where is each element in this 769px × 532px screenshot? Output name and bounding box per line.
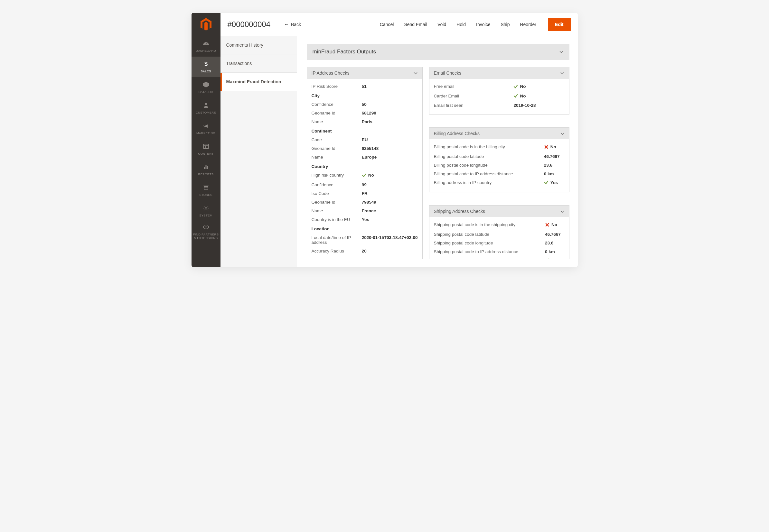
- kv-key: Iso Code: [312, 189, 362, 198]
- kv-value: 681290: [362, 109, 418, 117]
- nav-item-label: SALES: [199, 70, 212, 73]
- panel-header[interactable]: IP Address Checks: [307, 67, 422, 79]
- send-email-button[interactable]: Send Email: [404, 22, 427, 27]
- kv-key: Carder Email: [434, 92, 514, 101]
- edit-button[interactable]: Edit: [548, 18, 570, 31]
- kv-value: France: [362, 206, 418, 215]
- kv-key: Billing postal code to IP address distan…: [434, 170, 544, 178]
- panel-header[interactable]: Shipping Address Checks: [429, 206, 569, 217]
- kv-key: Local date/time of IP address: [312, 233, 362, 247]
- kv-value: No: [362, 171, 418, 180]
- kv-value: No: [513, 82, 564, 92]
- kv-key: Email first seen: [434, 101, 514, 110]
- group-label: Country: [312, 161, 418, 171]
- dollar-icon: $: [203, 60, 210, 69]
- side-nav: DASHBOARD$SALESCATALOGCUSTOMERSMARKETING…: [191, 13, 221, 267]
- kv-row: NameEurope: [312, 153, 418, 161]
- magento-icon: [201, 18, 212, 31]
- ship-button[interactable]: Ship: [500, 22, 509, 27]
- nav-item-stores[interactable]: STORES: [191, 180, 221, 201]
- kv-value: No: [544, 142, 564, 152]
- tab-transactions[interactable]: Transactions: [221, 54, 297, 73]
- kv-row: Billing postal code latitude46.7667: [434, 152, 564, 161]
- gear-icon: [203, 205, 210, 213]
- nav-item-marketing[interactable]: MARKETING: [191, 118, 221, 139]
- kv-value: 23.6: [545, 239, 564, 247]
- kv-row: Geoname Id798549: [312, 198, 418, 206]
- nav-item-label: CATALOG: [197, 90, 215, 94]
- tab-comments-history[interactable]: Comments History: [221, 36, 297, 54]
- kv-row: Geoname Id6255148: [312, 144, 418, 153]
- package-icon: [203, 81, 210, 89]
- bar-icon: [203, 163, 210, 171]
- hold-button[interactable]: Hold: [456, 22, 466, 27]
- kv-row: Shipping postal code longitude23.6: [434, 239, 564, 247]
- nav-item-system[interactable]: SYSTEM: [191, 201, 221, 221]
- kv-key: Shipping postal code is in the shipping …: [434, 220, 545, 230]
- back-button[interactable]: Back: [284, 22, 301, 27]
- kv-value: No: [545, 220, 564, 230]
- svg-rect-7: [204, 167, 205, 169]
- panel-header[interactable]: Email Checks: [429, 67, 569, 79]
- svg-point-21: [206, 226, 209, 228]
- reorder-button[interactable]: Reorder: [520, 22, 536, 27]
- kv-value: FR: [362, 189, 418, 198]
- chevron-down-icon: [560, 71, 564, 75]
- chevron-down-icon: [413, 71, 418, 75]
- panel-body: Free emailNoCarder EmailNoEmail first se…: [429, 79, 569, 114]
- megaphone-icon: [203, 122, 210, 130]
- svg-line-16: [204, 206, 205, 206]
- kv-key: Confidence: [312, 180, 362, 189]
- nav-item-content[interactable]: CONTENT: [191, 139, 221, 160]
- kv-value: Paris: [362, 117, 418, 126]
- nav-item-catalog[interactable]: CATALOG: [191, 77, 221, 98]
- kv-row: Billing postal code is in the billing ci…: [434, 142, 564, 152]
- nav-item-label: DASHBOARD: [195, 49, 217, 52]
- kv-key: Shipping postal code to IP address dista…: [434, 247, 545, 256]
- nav-item-customers[interactable]: CUSTOMERS: [191, 98, 221, 118]
- section-minfraud-outputs[interactable]: minFraud Factors Outputs: [307, 44, 569, 60]
- kv-row: NameParis: [312, 117, 418, 126]
- layout-icon: [203, 143, 210, 151]
- panel-header[interactable]: Billing Address Checks: [429, 128, 569, 139]
- panel-title: Email Checks: [434, 70, 462, 76]
- panel-body: Billing postal code is in the billing ci…: [429, 139, 569, 192]
- void-button[interactable]: Void: [437, 22, 446, 27]
- kv-value: 23.6: [544, 161, 564, 170]
- nav-item-sales[interactable]: $SALES: [191, 57, 221, 77]
- kv-key: Country is in the EU: [312, 215, 362, 224]
- kv-row: NameFrance: [312, 206, 418, 215]
- kv-value: 51: [362, 82, 418, 91]
- check-icon: [362, 173, 366, 178]
- storefront-icon: [203, 184, 210, 192]
- panel-email-checks: Email ChecksFree emailNoCarder EmailNoEm…: [429, 67, 569, 115]
- order-toolbar: #000000004 Back Cancel Send Email Void H…: [221, 13, 578, 36]
- kv-row: Geoname Id681290: [312, 109, 418, 117]
- kv-value: 0 km: [544, 170, 564, 178]
- kv-value: Europe: [362, 153, 418, 161]
- kv-row: Local date/time of IP address2020-01-15T…: [312, 233, 418, 247]
- nav-item-label: REPORTS: [197, 173, 215, 176]
- kv-row: Confidence50: [312, 100, 418, 109]
- kv-value: Yes: [362, 215, 418, 224]
- cancel-button[interactable]: Cancel: [380, 22, 394, 27]
- tab-maxmind-fraud-detection[interactable]: Maxmind Fraud Detection: [221, 73, 297, 91]
- panel-title: IP Address Checks: [312, 70, 350, 76]
- panel-title: Shipping Address Checks: [434, 209, 485, 214]
- kv-row: Confidence99: [312, 180, 418, 189]
- nav-item-find-partners-extensions[interactable]: FIND PARTNERS & EXTENSIONS: [191, 221, 221, 242]
- nav-item-label: CONTENT: [197, 152, 215, 155]
- svg-rect-8: [206, 165, 206, 169]
- app-window: DASHBOARD$SALESCATALOGCUSTOMERSMARKETING…: [191, 13, 578, 267]
- kv-row: Shipping postal code latitude46.7667: [434, 230, 564, 239]
- panel-body: IP Risk Score51CityConfidence50Geoname I…: [307, 79, 422, 259]
- kv-key: Name: [312, 153, 362, 161]
- check-icon: [513, 84, 518, 89]
- body: Comments HistoryTransactionsMaxmind Frau…: [221, 36, 578, 267]
- kv-key: Billing postal code is in the billing ci…: [434, 142, 544, 152]
- kv-key: Confidence: [312, 100, 362, 109]
- nav-item-reports[interactable]: REPORTS: [191, 160, 221, 180]
- invoice-button[interactable]: Invoice: [476, 22, 490, 27]
- person-icon: [203, 102, 210, 110]
- nav-item-dashboard[interactable]: DASHBOARD: [191, 36, 221, 57]
